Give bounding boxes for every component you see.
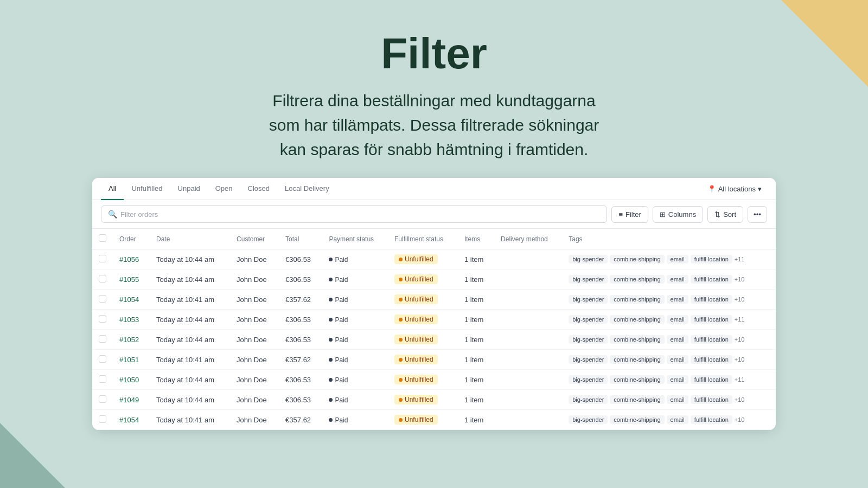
col-payment-status[interactable]: Payment status [322, 229, 388, 249]
row-delivery [494, 269, 562, 290]
row-checkbox[interactable] [92, 249, 113, 269]
tag-badge[interactable]: fulfill location [691, 315, 732, 324]
tag-badge[interactable]: email [667, 295, 688, 304]
col-fulfillment-status[interactable]: Fulfillment status [388, 229, 458, 249]
tag-badge[interactable]: email [667, 355, 688, 364]
tag-badge[interactable]: big-spender [569, 295, 608, 304]
tag-badge[interactable]: email [667, 395, 688, 404]
col-tags[interactable]: Tags [562, 229, 776, 249]
row-order[interactable]: #1053 [113, 310, 150, 330]
filter-button[interactable]: ≡ Filter [611, 206, 648, 223]
tab-all[interactable]: All [101, 178, 124, 200]
row-checkbox[interactable] [92, 269, 113, 290]
row-checkbox[interactable] [92, 310, 113, 330]
tab-closed[interactable]: Closed [240, 178, 277, 200]
tag-badge[interactable]: combine-shipping [610, 255, 664, 264]
table-row: #1051 Today at 10:41 am John Doe €357.62… [92, 350, 776, 370]
row-order[interactable]: #1056 [113, 249, 150, 269]
row-fulfillment: Unfulfilled [388, 269, 458, 290]
row-items: 1 item [458, 269, 494, 290]
col-delivery-method[interactable]: Delivery method [494, 229, 562, 249]
row-total: €306.53 [279, 269, 322, 290]
tag-badge[interactable]: combine-shipping [610, 375, 664, 384]
row-total: €306.53 [279, 249, 322, 269]
tag-badge[interactable]: fulfill location [691, 375, 732, 384]
row-checkbox[interactable] [92, 410, 113, 430]
tag-badge[interactable]: big-spender [569, 375, 608, 384]
tag-badge[interactable]: combine-shipping [610, 415, 664, 424]
tabs-bar: All Unfulfilled Unpaid Open Closed Local… [92, 178, 776, 200]
row-order[interactable]: #1049 [113, 390, 150, 410]
tag-badge[interactable]: combine-shipping [610, 395, 664, 404]
tag-badge[interactable]: fulfill location [691, 255, 732, 264]
tag-badge[interactable]: email [667, 275, 688, 284]
row-fulfillment: Unfulfilled [388, 290, 458, 310]
tag-badge[interactable]: fulfill location [691, 395, 732, 404]
row-order[interactable]: #1054 [113, 290, 150, 310]
orders-card: All Unfulfilled Unpaid Open Closed Local… [92, 178, 776, 430]
row-checkbox[interactable] [92, 290, 113, 310]
tag-badge[interactable]: big-spender [569, 395, 608, 404]
tag-badge[interactable]: combine-shipping [610, 295, 664, 304]
col-items[interactable]: Items [458, 229, 494, 249]
tab-open[interactable]: Open [208, 178, 240, 200]
row-customer: John Doe [230, 290, 279, 310]
row-date: Today at 10:44 am [150, 390, 230, 410]
row-customer: John Doe [230, 390, 279, 410]
tag-badge[interactable]: big-spender [569, 355, 608, 364]
tag-badge[interactable]: fulfill location [691, 355, 732, 364]
tag-badge[interactable]: email [667, 375, 688, 384]
tab-local-delivery[interactable]: Local Delivery [277, 178, 337, 200]
tag-badge[interactable]: email [667, 335, 688, 344]
tag-badge[interactable]: big-spender [569, 255, 608, 264]
tag-badge[interactable]: combine-shipping [610, 315, 664, 324]
tag-badge[interactable]: combine-shipping [610, 275, 664, 284]
row-payment: Paid [322, 410, 388, 430]
row-tags: big-spendercombine-shippingemailfulfill … [562, 249, 776, 269]
row-checkbox[interactable] [92, 370, 113, 390]
tag-badge[interactable]: fulfill location [691, 295, 732, 304]
location-label: All locations [718, 185, 756, 193]
row-items: 1 item [458, 330, 494, 350]
row-date: Today at 10:44 am [150, 310, 230, 330]
tag-badge[interactable]: combine-shipping [610, 335, 664, 344]
tag-badge[interactable]: email [667, 415, 688, 424]
tag-badge[interactable]: big-spender [569, 315, 608, 324]
all-locations-button[interactable]: 📍 All locations ▾ [702, 182, 767, 196]
tab-unpaid[interactable]: Unpaid [170, 178, 208, 200]
tag-badge[interactable]: email [667, 315, 688, 324]
row-tags: big-spendercombine-shippingemailfulfill … [562, 390, 776, 410]
tag-badge[interactable]: fulfill location [691, 335, 732, 344]
row-order[interactable]: #1054 [113, 410, 150, 430]
table-row: #1049 Today at 10:44 am John Doe €306.53… [92, 390, 776, 410]
tag-badge[interactable]: fulfill location [691, 275, 732, 284]
select-all-checkbox[interactable] [99, 234, 106, 242]
tab-unfulfilled[interactable]: Unfulfilled [124, 178, 170, 200]
tag-more-count: +10 [735, 416, 745, 423]
tag-badge[interactable]: big-spender [569, 335, 608, 344]
row-payment: Paid [322, 370, 388, 390]
more-options-button[interactable]: ••• [748, 206, 767, 223]
tag-badge[interactable]: email [667, 255, 688, 264]
row-order[interactable]: #1051 [113, 350, 150, 370]
filter-icon: ≡ [618, 210, 623, 219]
row-order[interactable]: #1052 [113, 330, 150, 350]
row-order[interactable]: #1055 [113, 269, 150, 290]
row-checkbox[interactable] [92, 350, 113, 370]
col-total[interactable]: Total [279, 229, 322, 249]
tag-badge[interactable]: combine-shipping [610, 355, 664, 364]
columns-button[interactable]: ⊞ Columns [653, 206, 703, 223]
row-checkbox[interactable] [92, 330, 113, 350]
tag-badge[interactable]: big-spender [569, 275, 608, 284]
tag-badge[interactable]: big-spender [569, 415, 608, 424]
col-customer[interactable]: Customer [230, 229, 279, 249]
row-order[interactable]: #1050 [113, 370, 150, 390]
row-checkbox[interactable] [92, 390, 113, 410]
col-order[interactable]: Order [113, 229, 150, 249]
row-fulfillment: Unfulfilled [388, 249, 458, 269]
tag-badge[interactable]: fulfill location [691, 415, 732, 424]
col-date[interactable]: Date [150, 229, 230, 249]
row-customer: John Doe [230, 410, 279, 430]
search-box[interactable]: 🔍 Filter orders [101, 206, 607, 223]
sort-button[interactable]: ⇅ Sort [707, 206, 743, 223]
